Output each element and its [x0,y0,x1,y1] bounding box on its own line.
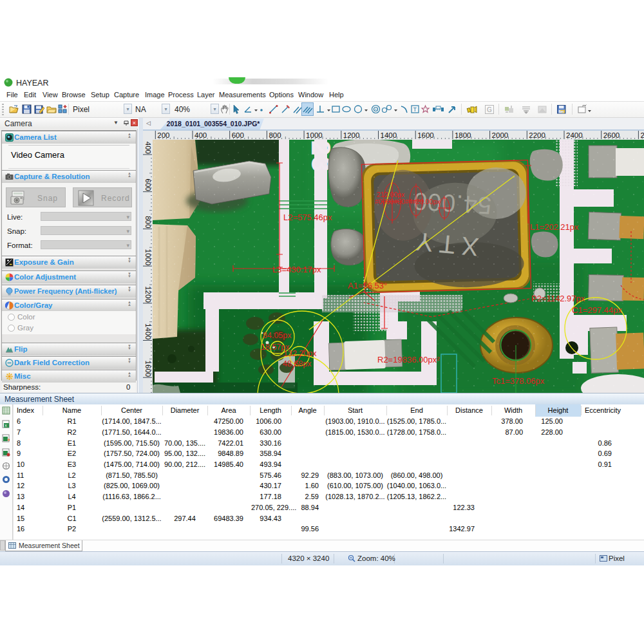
svg-text:400: 400 [144,142,152,154]
svg-text:1000: 1000 [306,131,323,139]
svg-text:Tc1=378.06px: Tc1=378.06px [492,376,545,386]
svg-text:T: T [413,106,417,113]
svg-text:A1=56.53°: A1=56.53° [348,281,387,290]
svg-text:2200: 2200 [529,131,545,139]
svg-text:L2=575.46px: L2=575.46px [283,213,332,222]
svg-text:1200: 1200 [343,131,360,139]
svg-text:48.68px: 48.68px [283,359,312,368]
svg-text:600: 600 [144,179,152,191]
svg-text:1400: 1400 [144,323,152,340]
svg-text:1600: 1600 [417,131,434,139]
svg-text:1600: 1600 [144,361,152,377]
svg-text:84.05px: 84.05px [263,331,292,340]
svg-text:C1=297.44px: C1=297.44px [572,305,622,315]
svg-text:L1=202.21px: L1=202.21px [530,222,579,232]
svg-text:P2=1142.97px: P2=1142.97px [531,294,585,303]
svg-text:2600: 2600 [603,131,620,139]
svg-text:2000: 2000 [492,131,509,139]
svg-text:1000: 1000 [144,249,152,266]
svg-text:1800: 1800 [455,131,471,139]
svg-text:G: G [487,106,492,113]
svg-text:2400: 2400 [566,131,583,139]
svg-text:X: X [5,424,7,428]
svg-text:R2=19836.00px²: R2=19836.00px² [377,355,440,365]
svg-text:1400: 1400 [381,131,397,139]
svg-text:#0000#00#4#20.00px: #0000#00#4#20.00px [375,198,440,205]
svg-text:132.20px: 132.20px [283,349,317,358]
svg-text:L3=430.17px: L3=430.17px [272,265,321,274]
svg-text:800: 800 [144,216,152,228]
svg-text:1200: 1200 [144,286,152,303]
